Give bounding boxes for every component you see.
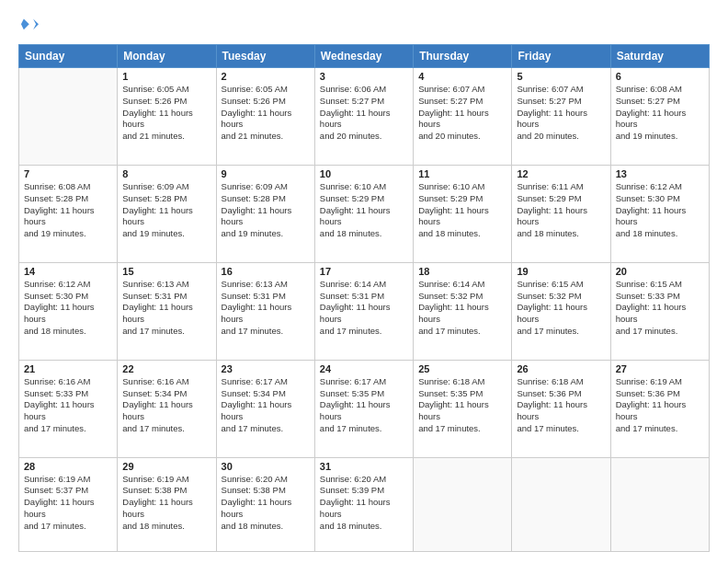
day-number: 28 [24,461,112,472]
logo-icon [18,15,39,35]
calendar-cell: 7Sunrise: 6:08 AMSunset: 5:28 PMDaylight… [19,165,118,262]
calendar-cell: 11Sunrise: 6:10 AMSunset: 5:29 PMDayligh… [414,165,512,262]
day-info: Sunrise: 6:12 AMSunset: 5:30 PMDaylight:… [24,279,112,338]
day-number: 19 [517,266,605,277]
calendar-cell: 22Sunrise: 6:16 AMSunset: 5:34 PMDayligh… [118,360,216,457]
day-info: Sunrise: 6:08 AMSunset: 5:28 PMDaylight:… [24,181,112,240]
calendar-cell: 9Sunrise: 6:09 AMSunset: 5:28 PMDaylight… [216,165,314,262]
calendar-cell: 19Sunrise: 6:15 AMSunset: 5:32 PMDayligh… [512,262,610,360]
calendar-cell [414,457,512,551]
day-info: Sunrise: 6:08 AMSunset: 5:27 PMDaylight:… [616,84,704,143]
day-number: 18 [418,266,506,277]
col-header-friday: Friday [512,45,610,68]
calendar-cell: 15Sunrise: 6:13 AMSunset: 5:31 PMDayligh… [118,262,216,360]
day-info: Sunrise: 6:19 AMSunset: 5:37 PMDaylight:… [24,474,112,533]
calendar-cell: 2Sunrise: 6:05 AMSunset: 5:26 PMDaylight… [216,68,314,166]
logo [18,15,42,35]
day-info: Sunrise: 6:10 AMSunset: 5:29 PMDaylight:… [418,181,506,240]
day-number: 30 [222,461,310,472]
day-number: 13 [616,168,704,179]
day-info: Sunrise: 6:09 AMSunset: 5:28 PMDaylight:… [122,181,210,240]
col-header-sunday: Sunday [19,45,118,68]
calendar-cell: 28Sunrise: 6:19 AMSunset: 5:37 PMDayligh… [19,457,118,551]
day-info: Sunrise: 6:13 AMSunset: 5:31 PMDaylight:… [122,279,210,338]
day-info: Sunrise: 6:17 AMSunset: 5:35 PMDaylight:… [320,376,408,435]
calendar-cell: 20Sunrise: 6:15 AMSunset: 5:33 PMDayligh… [610,262,709,360]
day-info: Sunrise: 6:15 AMSunset: 5:33 PMDaylight:… [616,279,704,338]
day-number: 26 [517,363,605,374]
day-number: 15 [122,266,210,277]
day-info: Sunrise: 6:14 AMSunset: 5:31 PMDaylight:… [320,279,408,338]
day-info: Sunrise: 6:16 AMSunset: 5:33 PMDaylight:… [24,376,112,435]
day-number: 16 [222,266,310,277]
calendar-cell: 26Sunrise: 6:18 AMSunset: 5:36 PMDayligh… [512,360,610,457]
day-number: 27 [616,363,704,374]
calendar-cell [19,68,118,166]
calendar-cell: 24Sunrise: 6:17 AMSunset: 5:35 PMDayligh… [314,360,413,457]
day-info: Sunrise: 6:07 AMSunset: 5:27 PMDaylight:… [517,84,605,143]
day-number: 21 [24,363,112,374]
day-number: 17 [320,266,408,277]
day-info: Sunrise: 6:05 AMSunset: 5:26 PMDaylight:… [222,84,310,143]
week-row-5: 28Sunrise: 6:19 AMSunset: 5:37 PMDayligh… [19,457,710,551]
day-number: 24 [320,363,408,374]
header [18,15,710,35]
page: SundayMondayTuesdayWednesdayThursdayFrid… [0,0,728,563]
day-info: Sunrise: 6:05 AMSunset: 5:26 PMDaylight:… [122,84,210,143]
calendar-cell: 23Sunrise: 6:17 AMSunset: 5:34 PMDayligh… [216,360,314,457]
calendar-cell: 3Sunrise: 6:06 AMSunset: 5:27 PMDaylight… [314,68,413,166]
col-header-monday: Monday [118,45,216,68]
day-info: Sunrise: 6:07 AMSunset: 5:27 PMDaylight:… [418,84,506,143]
day-number: 6 [616,71,704,82]
day-number: 7 [24,168,112,179]
day-number: 11 [418,168,506,179]
calendar-cell: 8Sunrise: 6:09 AMSunset: 5:28 PMDaylight… [118,165,216,262]
day-info: Sunrise: 6:20 AMSunset: 5:39 PMDaylight:… [320,474,408,533]
day-info: Sunrise: 6:16 AMSunset: 5:34 PMDaylight:… [122,376,210,435]
calendar-cell [610,457,709,551]
day-info: Sunrise: 6:10 AMSunset: 5:29 PMDaylight:… [320,181,408,240]
week-row-4: 21Sunrise: 6:16 AMSunset: 5:33 PMDayligh… [19,360,710,457]
calendar-cell: 5Sunrise: 6:07 AMSunset: 5:27 PMDaylight… [512,68,610,166]
day-number: 9 [222,168,310,179]
calendar-cell: 17Sunrise: 6:14 AMSunset: 5:31 PMDayligh… [314,262,413,360]
calendar-cell: 4Sunrise: 6:07 AMSunset: 5:27 PMDaylight… [414,68,512,166]
day-number: 29 [122,461,210,472]
week-row-1: 1Sunrise: 6:05 AMSunset: 5:26 PMDaylight… [19,68,710,166]
day-info: Sunrise: 6:20 AMSunset: 5:38 PMDaylight:… [222,474,310,533]
day-info: Sunrise: 6:15 AMSunset: 5:32 PMDaylight:… [517,279,605,338]
day-number: 31 [320,461,408,472]
day-info: Sunrise: 6:06 AMSunset: 5:27 PMDaylight:… [320,84,408,143]
calendar-cell: 10Sunrise: 6:10 AMSunset: 5:29 PMDayligh… [314,165,413,262]
calendar-cell: 18Sunrise: 6:14 AMSunset: 5:32 PMDayligh… [414,262,512,360]
calendar-cell: 25Sunrise: 6:18 AMSunset: 5:35 PMDayligh… [414,360,512,457]
day-info: Sunrise: 6:19 AMSunset: 5:36 PMDaylight:… [616,376,704,435]
day-info: Sunrise: 6:18 AMSunset: 5:36 PMDaylight:… [517,376,605,435]
calendar-header-row: SundayMondayTuesdayWednesdayThursdayFrid… [19,45,710,68]
col-header-thursday: Thursday [414,45,512,68]
day-number: 4 [418,71,506,82]
day-info: Sunrise: 6:11 AMSunset: 5:29 PMDaylight:… [517,181,605,240]
day-number: 23 [222,363,310,374]
calendar-cell: 6Sunrise: 6:08 AMSunset: 5:27 PMDaylight… [610,68,709,166]
calendar-cell: 27Sunrise: 6:19 AMSunset: 5:36 PMDayligh… [610,360,709,457]
day-info: Sunrise: 6:12 AMSunset: 5:30 PMDaylight:… [616,181,704,240]
calendar-cell: 29Sunrise: 6:19 AMSunset: 5:38 PMDayligh… [118,457,216,551]
calendar-table: SundayMondayTuesdayWednesdayThursdayFrid… [18,44,710,552]
day-number: 25 [418,363,506,374]
day-info: Sunrise: 6:17 AMSunset: 5:34 PMDaylight:… [222,376,310,435]
day-number: 2 [222,71,310,82]
day-number: 8 [122,168,210,179]
calendar-cell: 21Sunrise: 6:16 AMSunset: 5:33 PMDayligh… [19,360,118,457]
calendar-cell: 31Sunrise: 6:20 AMSunset: 5:39 PMDayligh… [314,457,413,551]
day-info: Sunrise: 6:14 AMSunset: 5:32 PMDaylight:… [418,279,506,338]
day-number: 3 [320,71,408,82]
day-info: Sunrise: 6:18 AMSunset: 5:35 PMDaylight:… [418,376,506,435]
svg-marker-1 [21,18,29,29]
svg-marker-0 [33,18,39,29]
day-number: 5 [517,71,605,82]
week-row-3: 14Sunrise: 6:12 AMSunset: 5:30 PMDayligh… [19,262,710,360]
calendar-cell: 14Sunrise: 6:12 AMSunset: 5:30 PMDayligh… [19,262,118,360]
col-header-saturday: Saturday [610,45,709,68]
day-number: 1 [122,71,210,82]
